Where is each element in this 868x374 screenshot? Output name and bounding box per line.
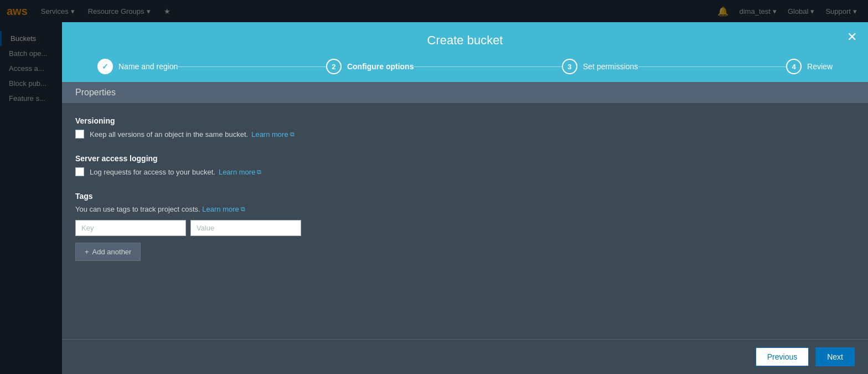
checkmark-icon: ✓ xyxy=(102,62,108,71)
previous-button[interactable]: Previous xyxy=(756,347,809,366)
external-link-icon-3: ⧉ xyxy=(241,206,245,213)
step-divider-1 xyxy=(178,66,326,67)
tag-value-input[interactable] xyxy=(190,220,301,236)
step-1-circle: ✓ xyxy=(97,59,113,74)
properties-label: Properties xyxy=(75,88,116,97)
step-3-number: 3 xyxy=(567,63,571,71)
tags-title: Tags xyxy=(75,192,855,201)
modal-content: Versioning Keep all versions of an objec… xyxy=(62,103,868,339)
server-logging-desc: Log requests for access to your bucket. … xyxy=(90,168,261,176)
step-divider-2 xyxy=(414,66,562,67)
next-button[interactable]: Next xyxy=(815,347,855,366)
server-logging-learn-more-link[interactable]: Learn more ⧉ xyxy=(219,168,261,176)
step-4-circle: 4 xyxy=(786,59,802,74)
next-label: Next xyxy=(827,352,843,361)
step-2-label: Configure options xyxy=(347,62,414,71)
modal-title: Create bucket xyxy=(75,33,855,48)
versioning-checkbox[interactable] xyxy=(75,130,84,139)
versioning-checkbox-row: Keep all versions of an object in the sa… xyxy=(75,130,855,139)
step-1: ✓ Name and region xyxy=(97,59,178,82)
step-divider-3 xyxy=(638,66,787,67)
external-link-icon: ⧉ xyxy=(290,131,294,138)
server-logging-checkbox-row: Log requests for access to your bucket. … xyxy=(75,167,855,176)
tags-input-row xyxy=(75,220,855,236)
step-2-circle: 2 xyxy=(326,59,342,74)
modal-footer: Previous Next xyxy=(62,339,868,374)
modal-body: Properties Versioning Keep all versions … xyxy=(62,82,868,374)
versioning-desc: Keep all versions of an object in the sa… xyxy=(90,130,294,139)
step-3: 3 Set permissions xyxy=(562,59,638,82)
add-another-button[interactable]: + Add another xyxy=(75,243,141,261)
versioning-title: Versioning xyxy=(75,116,855,125)
server-logging-checkbox[interactable] xyxy=(75,167,84,176)
tag-key-input[interactable] xyxy=(75,220,186,236)
external-link-icon-2: ⧉ xyxy=(257,168,261,176)
previous-label: Previous xyxy=(767,352,797,361)
step-3-circle: 3 xyxy=(562,59,577,74)
close-button[interactable]: ✕ xyxy=(847,31,857,43)
tags-learn-more-link[interactable]: Learn more ⧉ xyxy=(202,205,245,213)
create-bucket-modal: Create bucket ✕ ✓ Name and region 2 Conf… xyxy=(62,22,868,374)
step-1-label: Name and region xyxy=(118,62,178,71)
step-2-number: 2 xyxy=(332,63,335,71)
server-logging-section: Server access logging Log requests for a… xyxy=(75,154,855,176)
step-2: 2 Configure options xyxy=(326,59,414,82)
add-icon: + xyxy=(85,248,89,256)
tags-section: Tags You can use tags to track project c… xyxy=(75,192,855,261)
tags-description: You can use tags to track project costs.… xyxy=(75,205,855,213)
step-3-label: Set permissions xyxy=(583,62,638,71)
step-4-label: Review xyxy=(807,62,833,71)
step-4-number: 4 xyxy=(792,63,795,71)
versioning-learn-more-link[interactable]: Learn more ⧉ xyxy=(251,130,294,139)
step-4: 4 Review xyxy=(786,59,833,82)
properties-section-header: Properties xyxy=(62,82,868,103)
add-another-label: Add another xyxy=(92,248,132,256)
server-logging-title: Server access logging xyxy=(75,154,855,163)
versioning-section: Versioning Keep all versions of an objec… xyxy=(75,116,855,139)
wizard-stepper: ✓ Name and region 2 Configure options 3 … xyxy=(75,59,855,82)
modal-header: Create bucket ✕ ✓ Name and region 2 Conf… xyxy=(62,22,868,82)
